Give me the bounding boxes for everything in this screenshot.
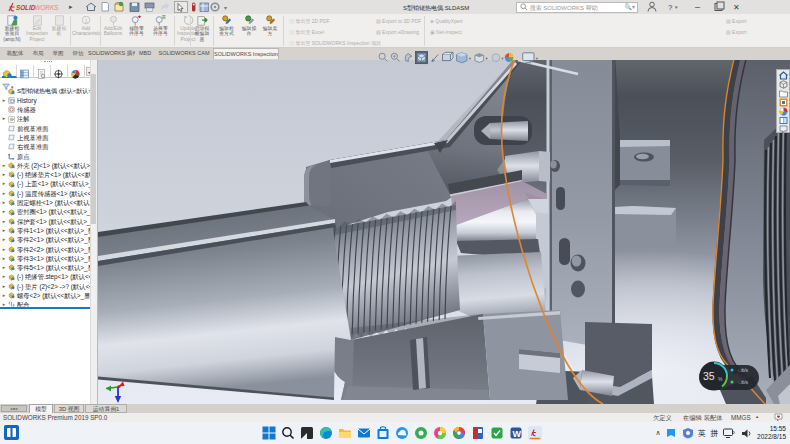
svg-text:35: 35 (703, 370, 715, 382)
svg-text:–: – (695, 2, 700, 12)
svg-text:✕: ✕ (733, 3, 740, 12)
svg-text:?: ? (668, 3, 673, 12)
svg-text:▾: ▾ (536, 56, 539, 61)
svg-text:❍b/s: ❍b/s (738, 368, 749, 373)
svg-text:W: W (513, 429, 522, 439)
svg-text:▾: ▾ (469, 56, 472, 61)
svg-text:▾: ▾ (675, 4, 678, 10)
svg-text:1: 1 (84, 18, 87, 24)
svg-text:SOLID: SOLID (16, 4, 36, 11)
svg-text:%: % (718, 376, 723, 382)
svg-text:▾: ▾ (485, 56, 488, 61)
svg-text:❍b/s: ❍b/s (738, 380, 749, 385)
svg-text:▾: ▾ (224, 5, 227, 11)
svg-text:▾: ▾ (501, 56, 504, 61)
svg-text:WORKS: WORKS (35, 4, 60, 11)
